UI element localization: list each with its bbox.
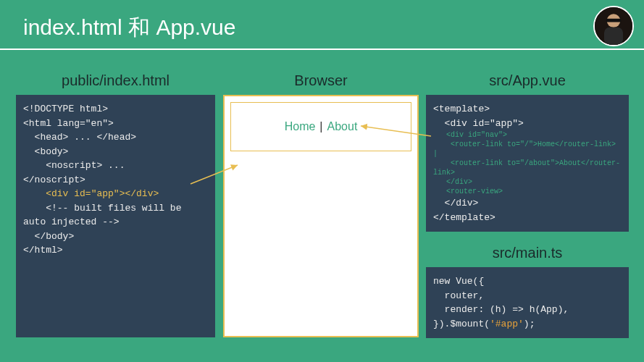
slide-title: index.html 和 App.vue [0,0,644,49]
code-line: <noscript> ... [23,160,125,171]
code-line-small: <router-link to="/about">About</router-l… [433,159,622,177]
person-icon [595,7,632,45]
right-column: src/App.vue <template> <div id="app"> <d… [426,72,629,338]
app-vue-label: src/App.vue [426,72,629,89]
code-line: <body> [23,146,68,157]
code-line: <!-- built files will be auto injected -… [23,203,187,228]
code-highlight-app-div: <div id="app"></div> [23,188,159,199]
code-line: </noscript> [23,174,85,185]
left-label: public/index.html [16,72,215,89]
code-line: }).$mount( [433,319,490,329]
browser-label: Browser [223,72,419,89]
code-line: router, [433,290,484,301]
index-html-code: <!DOCTYPE html> <html lang="en"> <head> … [16,95,215,337]
nav-separator: | [319,120,322,133]
left-column: public/index.html <!DOCTYPE html> <html … [16,72,215,337]
nav-link-home[interactable]: Home [285,120,316,133]
code-line: </html> [23,245,63,256]
code-line: </template> [433,212,495,223]
svg-rect-2 [604,28,623,45]
code-line: <div id="app"> [433,118,524,129]
code-line-small: </div> [433,177,622,187]
browser-nav-area: Home | About [230,102,411,151]
code-line: </div> [433,198,478,209]
avatar [593,6,634,46]
main-ts-code: new Vue({ router, render: (h) => h(App),… [426,267,629,338]
code-line: new Vue({ [433,276,484,287]
code-line: </body> [23,231,74,242]
code-line-small: <div id="nav"> [433,130,622,140]
code-line: <html lang="en"> [23,118,114,129]
app-vue-code: <template> <div id="app"> <div id="nav">… [426,95,629,232]
code-line: ); [524,319,535,329]
code-highlight-app-selector: '#app' [490,319,524,329]
code-line-small: <router-link to="/">Home</router-link> | [433,140,622,159]
code-line: render: (h) => h(App), [433,304,569,315]
browser-window: Home | About [223,95,419,337]
main-ts-label: src/main.ts [426,245,629,261]
svg-rect-3 [606,19,621,22]
title-underline [0,49,644,50]
code-line: <template> [433,104,490,114]
nav-link-about[interactable]: About [327,120,358,133]
content-area: public/index.html <!DOCTYPE html> <html … [0,51,644,362]
code-line: <!DOCTYPE html> [23,104,108,114]
middle-column: Browser Home | About [223,72,419,337]
code-line: <head> ... </head> [23,132,136,143]
code-line-small: <router-view> [433,187,622,196]
